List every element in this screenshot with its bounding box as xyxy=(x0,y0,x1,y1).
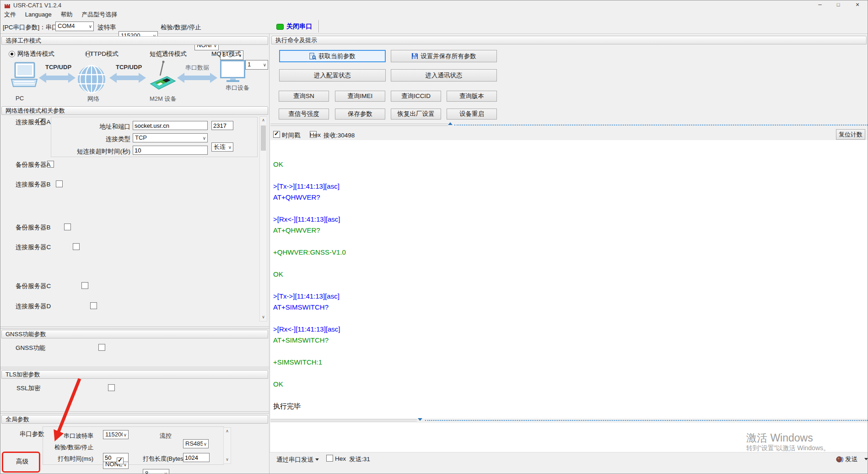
advanced-highlight-box xyxy=(2,452,40,473)
save-params-button[interactable]: 保存参数 xyxy=(335,109,385,120)
splitter-dotted-handle[interactable] xyxy=(425,420,868,421)
log-line xyxy=(273,170,868,181)
log-line: >[Tx->][11:41:13][asc] xyxy=(273,181,868,192)
conn-mode-select[interactable]: 长连 xyxy=(211,142,233,152)
radio-httpd-label: HTTPD模式 xyxy=(86,50,119,58)
query-sn-button[interactable]: 查询SN xyxy=(279,91,329,102)
scroll-up-icon[interactable]: ∧ xyxy=(224,428,231,435)
send-button[interactable]: 发送 xyxy=(836,454,862,464)
flow-select[interactable]: RS485 xyxy=(183,439,209,448)
log-line: AT+QHWVER? xyxy=(273,192,868,203)
scrollbar-thumb[interactable] xyxy=(261,125,266,151)
pack-len-input[interactable] xyxy=(183,453,210,462)
backup-server-b-checkbox[interactable] xyxy=(64,223,71,230)
server-c-checkbox[interactable] xyxy=(73,243,80,250)
doc-search-icon xyxy=(309,53,316,60)
maximize-button[interactable]: □ xyxy=(830,0,847,10)
global-params-header: 全局参数 xyxy=(1,415,268,424)
close-button[interactable]: × xyxy=(848,0,867,10)
timeout-input[interactable] xyxy=(133,146,208,155)
gnss-label: GNSS功能 xyxy=(16,344,45,352)
server-a-label: 连接服务器A xyxy=(16,118,51,126)
menu-file[interactable]: 文件 xyxy=(0,10,20,19)
tx-hex-checkbox[interactable] xyxy=(326,455,333,462)
advanced-checkbox[interactable] xyxy=(117,458,124,464)
query-signal-button[interactable]: 查信号强度 xyxy=(279,109,329,120)
log-area[interactable]: … OK >[Tx->][11:41:13][asc] AT+QHWVER? >… xyxy=(270,140,868,419)
g-parity-label: 检验/数据/停止 xyxy=(51,443,93,452)
chevron-down-icon[interactable] xyxy=(864,458,868,460)
activate-windows-watermark-sub: 转到“设置”以激活 Windows。 xyxy=(746,444,830,452)
timestamp-label: 时间戳 xyxy=(282,131,301,140)
diagram-link3-label: 串口数据 xyxy=(185,64,209,72)
baud-label: 波特率 xyxy=(97,23,116,32)
pack-time-input[interactable] xyxy=(103,453,129,462)
log-line: OK xyxy=(273,159,868,170)
log-line xyxy=(273,236,868,247)
global-params-scrollbar[interactable]: ∧ ∨ xyxy=(223,427,231,464)
gnss-checkbox[interactable] xyxy=(98,344,105,351)
chevron-down-icon[interactable] xyxy=(315,458,319,461)
g-baud-select[interactable]: 115200 xyxy=(103,430,129,439)
toolbar-separator xyxy=(318,20,319,33)
server-d-label: 连接服务器D xyxy=(16,302,51,311)
collapse-down-icon[interactable] xyxy=(418,418,422,421)
get-current-params-button[interactable]: 获取当前参数 xyxy=(279,50,386,62)
tx-hex-label: Hex xyxy=(335,455,346,462)
scroll-down-icon[interactable]: ∨ xyxy=(260,314,267,321)
h-splitter[interactable] xyxy=(270,421,417,421)
log-line xyxy=(273,258,868,269)
server-address-input[interactable] xyxy=(133,121,208,130)
g-baud-label: 串口波特率 xyxy=(52,432,93,440)
close-port-button[interactable]: 关闭串口 xyxy=(276,21,316,33)
title-bar: USR-CAT1 V1.2.4 – □ × xyxy=(0,0,868,11)
log-line: AT+QHWVER? xyxy=(273,225,868,236)
backup-server-c-checkbox[interactable] xyxy=(81,282,88,289)
menu-help[interactable]: 帮助 xyxy=(57,10,76,19)
g-databits-select[interactable]: 8 xyxy=(143,469,169,474)
query-version-button[interactable]: 查询版本 xyxy=(447,91,497,102)
right-panel: 执行命令及提示 获取当前参数 设置并保存所有参数 进入配置状态 xyxy=(270,33,868,474)
diagram-link1-label: TCP/UDP xyxy=(45,64,71,71)
rx-hex-label: Hex xyxy=(310,131,321,138)
minimize-button[interactable]: – xyxy=(811,0,829,10)
net-params-scrollbar[interactable]: ∧ ∨ xyxy=(259,116,267,321)
menu-product-model[interactable]: 产品型号选择 xyxy=(78,10,121,19)
tx-count: 发送:31 xyxy=(349,455,370,463)
network-globe-icon xyxy=(77,65,106,94)
menu-language[interactable]: Language xyxy=(22,10,55,19)
conn-type-select[interactable]: TCP xyxy=(133,133,208,142)
left-panel: 选择工作模式 网络透传模式 HTTPD模式 短信透传模式 MQTT模式 PC T… xyxy=(0,33,270,474)
radio-net-transparent-mode[interactable] xyxy=(9,51,15,57)
query-iccid-button[interactable]: 查询ICCID xyxy=(391,91,441,102)
section-divider xyxy=(0,367,269,369)
factory-reset-button[interactable]: 恢复出厂设置 xyxy=(391,109,441,120)
double-arrow-icon xyxy=(109,73,146,83)
server-d-checkbox[interactable] xyxy=(90,302,97,309)
h-splitter[interactable] xyxy=(270,124,448,124)
net-params-header: 网络透传模式相关参数 xyxy=(1,106,268,115)
query-imei-button[interactable]: 查询IMEI xyxy=(335,91,385,102)
enter-config-state-button[interactable]: 进入配置状态 xyxy=(279,69,386,82)
log-line: OK xyxy=(273,269,868,280)
timeout-label: 短连接超时时间(秒) xyxy=(54,147,130,156)
timestamp-checkbox[interactable] xyxy=(273,131,280,138)
rx-count: 接收:30498 xyxy=(323,131,355,140)
double-arrow-icon xyxy=(177,73,217,83)
enter-comm-state-button[interactable]: 进入通讯状态 xyxy=(391,69,497,82)
device-restart-button[interactable]: 设备重启 xyxy=(447,109,497,120)
set-save-all-params-button[interactable]: 设置并保存所有参数 xyxy=(391,50,497,62)
com-port-select[interactable]: COM4 xyxy=(55,22,94,31)
collapse-up-icon[interactable] xyxy=(448,122,453,125)
server-port-input[interactable] xyxy=(211,121,233,130)
h-splitter[interactable] xyxy=(270,419,417,420)
splitter-dotted-handle[interactable] xyxy=(454,125,868,125)
send-via-serial-dropdown[interactable]: 通过串口发送 xyxy=(276,456,313,464)
scroll-down-icon[interactable]: ∨ xyxy=(224,456,231,463)
h-splitter[interactable] xyxy=(270,125,448,126)
pack-len-label: 打包长度(Bytes) xyxy=(143,455,182,463)
scroll-up-icon[interactable]: ∧ xyxy=(260,117,267,124)
ssl-checkbox[interactable] xyxy=(108,384,115,391)
reset-count-button[interactable]: 复位计数 xyxy=(836,129,865,140)
server-b-checkbox[interactable] xyxy=(56,180,63,187)
